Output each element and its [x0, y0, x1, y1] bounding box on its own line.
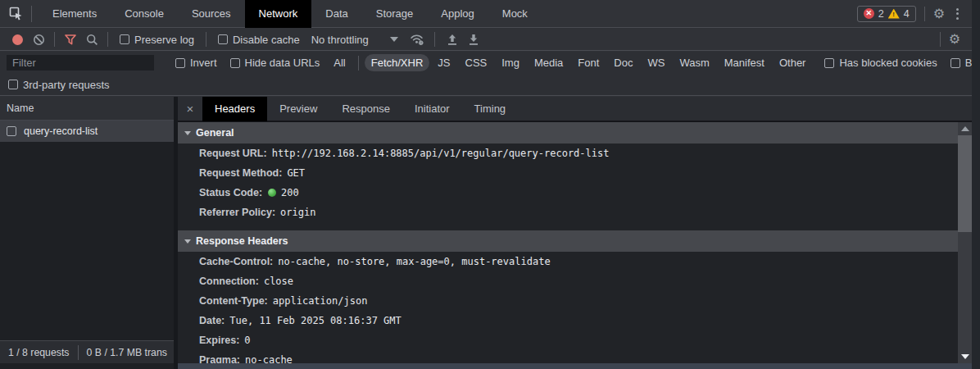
divider — [78, 345, 79, 360]
header-value: 200 — [281, 187, 299, 198]
funnel-icon — [64, 34, 77, 46]
filter-bar: Invert Hide data URLs All Fetch/XHR JS C… — [0, 52, 972, 74]
filter-type-other[interactable]: Other — [773, 54, 813, 71]
filter-type-doc[interactable]: Doc — [607, 54, 639, 71]
filter-type-js[interactable]: JS — [431, 54, 456, 71]
scroll-down-button[interactable] — [958, 350, 972, 363]
invert-label: Invert — [190, 57, 217, 69]
filter-input[interactable] — [7, 55, 154, 71]
tab-data[interactable]: Data — [311, 0, 361, 28]
request-row-checkbox[interactable] — [7, 126, 16, 136]
network-settings-gear-icon[interactable]: ⚙ — [949, 33, 960, 46]
tab-applog[interactable]: Applog — [427, 0, 488, 28]
header-key: Request Method: — [199, 167, 282, 179]
divider — [434, 32, 435, 47]
triangle-up-icon — [961, 126, 969, 131]
triangle-down-icon — [961, 354, 969, 359]
header-key: Expires: — [199, 335, 239, 346]
scroll-up-button[interactable] — [958, 122, 972, 135]
horizontal-scrollbar[interactable] — [178, 363, 972, 369]
preserve-log-checkbox[interactable] — [120, 34, 129, 44]
header-row-request-url: Request URL: http://192.168.2.14:8885/ap… — [178, 144, 958, 163]
tab-mock[interactable]: Mock — [488, 0, 542, 28]
hide-data-urls-label: Hide data URLs — [245, 57, 320, 69]
record-button[interactable] — [7, 30, 28, 49]
header-value: Tue, 11 Feb 2025 08:16:37 GMT — [229, 315, 402, 326]
invert-control: Invert — [175, 57, 217, 69]
request-name: query-record-list — [24, 125, 98, 137]
close-icon[interactable]: × — [178, 97, 202, 121]
tabbar-right-controls: ✕ 2 ! 4 ⚙ — [857, 5, 972, 23]
issues-badge[interactable]: ✕ 2 ! 4 — [857, 6, 916, 22]
header-row-status-code: Status Code: 200 — [178, 183, 958, 203]
header-row-connection: Connection: close — [178, 271, 958, 291]
settings-gear-icon[interactable]: ⚙ — [933, 7, 945, 20]
tab-console[interactable]: Console — [111, 0, 178, 28]
has-blocked-cookies-control: Has blocked cookies — [824, 57, 937, 69]
inspect-element-button[interactable] — [0, 0, 31, 28]
wifi-gear-icon — [410, 33, 424, 46]
third-party-control: 3rd-party requests — [8, 79, 110, 91]
header-key: Cache-Control: — [199, 256, 273, 267]
throttling-value: No throttling — [311, 34, 369, 46]
main-tabs: Elements Console Sources Network Data St… — [39, 0, 542, 28]
response-headers-section-header[interactable]: Response Headers — [178, 230, 958, 252]
tab-storage[interactable]: Storage — [362, 0, 428, 28]
tab-elements[interactable]: Elements — [39, 0, 111, 28]
devtools-window: Elements Console Sources Network Data St… — [0, 0, 980, 369]
header-key: Request URL: — [199, 148, 267, 159]
tab-headers[interactable]: Headers — [202, 97, 267, 121]
warning-count: 4 — [904, 8, 910, 20]
header-value: no-cache — [245, 354, 293, 363]
tab-preview[interactable]: Preview — [267, 97, 329, 121]
record-icon — [12, 34, 23, 45]
transferred-size: 0 B / 1.7 MB trans — [87, 347, 167, 358]
scrollbar-thumb[interactable] — [958, 135, 972, 232]
filter-type-img[interactable]: Img — [495, 54, 526, 71]
invert-checkbox[interactable] — [175, 58, 185, 68]
detail-tabbar: × Headers Preview Response Initiator Tim… — [178, 97, 972, 122]
table-row[interactable]: query-record-list — [0, 121, 174, 142]
name-column-header[interactable]: Name — [0, 97, 174, 121]
header-value: origin — [280, 207, 315, 218]
filter-type-font[interactable]: Font — [571, 54, 606, 71]
divider — [924, 7, 925, 21]
tab-response[interactable]: Response — [329, 97, 402, 121]
filter-type-ws[interactable]: WS — [641, 54, 671, 71]
filter-type-manifest[interactable]: Manifest — [718, 54, 771, 71]
tab-timing[interactable]: Timing — [462, 97, 519, 121]
preserve-log-label: Preserve log — [134, 34, 194, 46]
header-key: Content-Type: — [199, 295, 268, 307]
search-button[interactable] — [81, 30, 102, 49]
general-section-header[interactable]: General — [178, 122, 958, 144]
throttling-select[interactable]: No throttling — [311, 34, 398, 46]
has-blocked-cookies-checkbox[interactable] — [824, 58, 834, 68]
filter-type-wasm[interactable]: Wasm — [673, 54, 715, 71]
filter-type-media[interactable]: Media — [528, 54, 569, 71]
header-row-pragma: Pragma: no-cache — [178, 350, 958, 363]
export-har-button[interactable] — [463, 30, 484, 49]
clear-button[interactable] — [28, 30, 49, 49]
tab-sources[interactable]: Sources — [178, 0, 245, 28]
network-conditions-button[interactable] — [406, 30, 428, 49]
import-har-button[interactable] — [442, 30, 463, 49]
more-options-icon[interactable] — [953, 5, 962, 23]
divider — [358, 56, 359, 71]
filter-type-fetch-xhr[interactable]: Fetch/XHR — [365, 54, 430, 71]
blocked-requests-checkbox[interactable] — [951, 58, 960, 68]
third-party-checkbox[interactable] — [8, 80, 18, 89]
header-key: Connection: — [199, 276, 259, 287]
has-blocked-cookies-label: Has blocked cookies — [839, 57, 937, 69]
section-title: General — [196, 127, 234, 139]
vertical-scrollbar[interactable] — [958, 122, 972, 363]
hide-data-urls-checkbox[interactable] — [230, 58, 240, 68]
divider — [940, 32, 941, 47]
filter-toggle-button[interactable] — [60, 30, 81, 49]
filter-type-all[interactable]: All — [327, 54, 352, 71]
tab-network[interactable]: Network — [245, 0, 312, 28]
tab-initiator[interactable]: Initiator — [402, 97, 462, 121]
inspect-cursor-icon — [9, 7, 23, 20]
search-icon — [86, 34, 98, 46]
filter-type-css[interactable]: CSS — [459, 54, 494, 71]
disable-cache-checkbox[interactable] — [218, 34, 228, 44]
